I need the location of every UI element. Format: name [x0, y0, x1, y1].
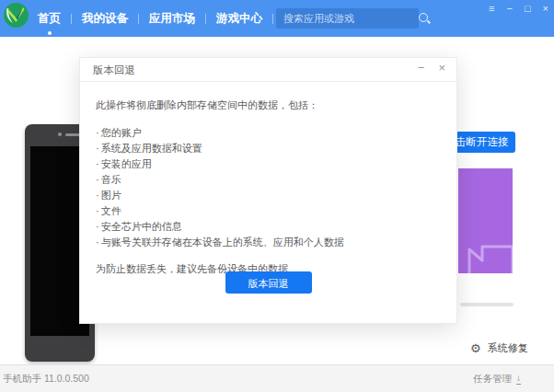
phone-camera-dot: [58, 133, 62, 136]
version-rollback-dialog: 版本回退 − × 此操作将彻底删除内部存储空间中的数据，包括： 您的账户 系统及…: [79, 57, 457, 324]
version-rollback-confirm-button[interactable]: 版本回退: [225, 271, 312, 294]
system-repair-button[interactable]: ⚙ 系统修复: [470, 341, 528, 355]
dialog-close-icon[interactable]: ×: [438, 61, 445, 75]
nav-item-app-market[interactable]: 应用市场: [139, 11, 205, 27]
dialog-minimize-icon[interactable]: −: [418, 61, 425, 75]
dialog-header: 版本回退 − ×: [80, 58, 456, 82]
nav-item-my-devices[interactable]: 我的设备: [72, 11, 138, 27]
search-input[interactable]: [276, 13, 418, 24]
dialog-intro-text: 此操作将彻底删除内部存储空间中的数据，包括：: [96, 98, 438, 112]
minimize-icon[interactable]: −: [506, 2, 512, 15]
dialog-list-item: 您的账户: [96, 125, 438, 141]
status-bar: 手机助手 11.0.0.500 任务管理 ↓: [0, 364, 554, 392]
device-illustration-card: [458, 168, 513, 273]
nav-label: 我的设备: [82, 12, 128, 25]
dialog-title: 版本回退: [93, 63, 135, 77]
menu-icon[interactable]: ≡: [489, 2, 494, 15]
dialog-list-item: 系统及应用数据和设置: [96, 141, 438, 156]
system-repair-label: 系统修复: [488, 341, 528, 355]
nav-label: 首页: [38, 12, 61, 25]
search-box: [276, 8, 419, 29]
gear-icon: ⚙: [470, 342, 481, 354]
dialog-button-row: 版本回退: [80, 271, 456, 294]
task-manager-button[interactable]: 任务管理 ↓: [473, 373, 521, 386]
dialog-list-item: 安全芯片中的信息: [96, 219, 438, 235]
dialog-controls: − ×: [418, 61, 445, 75]
task-manager-label: 任务管理: [473, 373, 512, 386]
flag-outline-icon: [458, 168, 513, 273]
maximize-icon[interactable]: □: [525, 2, 531, 15]
app-version-text: 手机助手 11.0.0.500: [3, 373, 89, 386]
active-indicator-dot: [48, 31, 52, 35]
nav-label: 游戏中心: [216, 12, 262, 25]
top-navbar: 首页 我的设备 应用市场 游戏中心 更多服务 ≡ − □ ×: [0, 0, 554, 37]
app-logo-icon: [4, 3, 29, 28]
dialog-list-item: 与账号关联并存储在本设备上的系统、应用和个人数据: [96, 235, 438, 250]
app-window: 首页 我的设备 应用市场 游戏中心 更多服务 ≡ − □ ×: [0, 0, 554, 392]
dialog-list-item: 图片: [96, 188, 438, 203]
window-controls: ≡ − □ ×: [489, 2, 548, 15]
progress-track: [460, 303, 514, 306]
dialog-list-item: 安装的应用: [96, 156, 438, 172]
dialog-list-item: 音乐: [96, 172, 438, 188]
dialog-list-item: 文件: [96, 203, 438, 219]
close-icon[interactable]: ×: [543, 2, 548, 15]
nav-label: 应用市场: [149, 12, 195, 25]
download-icon: ↓: [516, 374, 521, 385]
dialog-body: 此操作将彻底删除内部存储空间中的数据，包括： 您的账户 系统及应用数据和设置 安…: [96, 98, 438, 276]
nav-item-game-center[interactable]: 游戏中心: [206, 11, 272, 27]
nav-item-home[interactable]: 首页: [28, 11, 71, 27]
